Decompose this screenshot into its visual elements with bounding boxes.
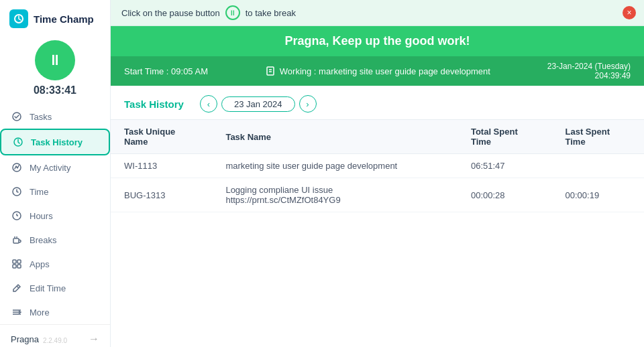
pause-button[interactable]: ⏸ — [35, 40, 75, 80]
table-row: WI-1113 marketing site user guide page d… — [111, 154, 644, 178]
sidebar-item-more[interactable]: More — [0, 300, 110, 324]
col-total-spent: Total Spent Time — [458, 120, 552, 154]
edit-time-icon — [11, 282, 23, 294]
sidebar-item-task-history[interactable]: Task History — [0, 129, 110, 155]
start-time-label: Start Time : 09:05 AM — [124, 66, 208, 76]
sidebar-item-apps[interactable]: Apps — [0, 252, 110, 276]
notif-message-before: Click on the pause button — [121, 8, 220, 18]
notif-message-after: to take break — [246, 8, 296, 18]
working-info: Working : marketing site user guide page… — [265, 66, 490, 76]
task-history-title: Task History — [124, 98, 184, 110]
selected-date: 23 Jan 2024 — [221, 96, 295, 112]
working-label: Working : marketing site user guide page… — [280, 66, 490, 76]
timer-display: 08:33:41 — [34, 84, 76, 96]
breaks-label: Breaks — [30, 235, 56, 245]
prev-date-button[interactable]: ‹ — [200, 95, 217, 113]
svg-rect-14 — [17, 265, 21, 268]
close-button[interactable]: × — [623, 6, 636, 19]
svg-rect-13 — [13, 265, 16, 268]
content-area: Task History ‹ 23 Jan 2024 › Task Unique… — [111, 86, 644, 347]
task-icon — [265, 66, 276, 76]
tasks-label: Tasks — [30, 112, 52, 122]
cell-unique-name: WI-1113 — [111, 154, 212, 178]
svg-rect-12 — [17, 260, 21, 263]
next-date-button[interactable]: › — [299, 95, 317, 113]
sidebar-item-my-activity[interactable]: My Activity — [0, 155, 110, 180]
my-activity-icon — [11, 161, 23, 174]
close-icon: × — [627, 8, 631, 17]
svg-rect-11 — [13, 260, 16, 263]
date-display: 23-Jan-2024 (Tuesday) — [547, 62, 631, 71]
sidebar-item-time[interactable]: Time — [0, 180, 110, 204]
hours-label: Hours — [30, 211, 53, 221]
sidebar-item-hours[interactable]: Hours — [0, 204, 110, 228]
table-row: BUG-1313 Logging compliane UI issue http… — [111, 178, 644, 212]
col-unique-name: Task Unique Name — [111, 120, 212, 154]
cell-total-spent: 00:00:28 — [458, 178, 552, 212]
greeting-text: Pragna, Keep up the good work! — [284, 34, 470, 48]
logo-area: Time Champ — [0, 0, 110, 35]
hours-icon — [11, 210, 23, 222]
time-label: Time — [30, 187, 48, 197]
date-elapsed: 23-Jan-2024 (Tuesday) 204:39:49 — [547, 62, 631, 80]
apps-icon — [11, 258, 23, 270]
task-history-header: Task History ‹ 23 Jan 2024 › — [111, 86, 644, 119]
notification-bar: Click on the pause button ⏸ to take brea… — [111, 0, 644, 26]
sidebar-item-edit-time[interactable]: Edit Time — [0, 276, 110, 300]
cell-unique-name: BUG-1313 — [111, 178, 212, 212]
svg-rect-19 — [267, 67, 274, 75]
col-last-spent: Last Spent Time — [552, 120, 644, 154]
version-label: 2.2.49.0 — [43, 337, 67, 344]
cell-task-name: Logging compliane UI issue https://prnt.… — [212, 178, 458, 212]
cell-total-spent: 06:51:47 — [458, 154, 552, 178]
task-history-table: Task Unique Name Task Name Total Spent T… — [111, 119, 644, 212]
my-activity-label: My Activity — [30, 163, 70, 173]
svg-rect-8 — [13, 238, 19, 243]
cell-last-spent: 00:00:19 — [552, 178, 644, 212]
sidebar: Time Champ ⏸ 08:33:41 Tasks Ta — [0, 0, 111, 347]
breaks-icon — [11, 234, 23, 246]
cell-last-spent — [552, 154, 644, 178]
pause-symbol-icon: ⏸ — [225, 5, 240, 20]
svg-line-15 — [17, 286, 19, 288]
greeting-bar: Pragna, Keep up the good work! — [111, 26, 644, 56]
time-icon — [11, 186, 23, 198]
user-name: Pragna — [11, 334, 39, 344]
logout-icon[interactable]: → — [89, 333, 99, 345]
info-bar: Start Time : 09:05 AM Working : marketin… — [111, 56, 644, 86]
task-history-label: Task History — [31, 137, 83, 147]
pause-icon: ⏸ — [48, 53, 62, 68]
edit-time-label: Edit Time — [30, 283, 66, 293]
more-icon — [11, 306, 23, 318]
task-history-icon — [12, 136, 24, 148]
sidebar-nav: Tasks Task History My Activity — [0, 105, 110, 324]
col-task-name: Task Name — [212, 120, 458, 154]
logo-icon — [9, 9, 28, 28]
more-label: More — [30, 307, 50, 318]
cell-task-name: marketing site user guide page developme… — [212, 154, 458, 178]
apps-label: Apps — [30, 259, 50, 269]
pause-button-area: ⏸ 08:33:41 — [34, 40, 76, 96]
table-header-row: Task Unique Name Task Name Total Spent T… — [111, 120, 644, 154]
date-navigation: ‹ 23 Jan 2024 › — [200, 95, 317, 113]
elapsed-time: 204:39:49 — [547, 71, 631, 80]
sidebar-item-tasks[interactable]: Tasks — [0, 105, 110, 129]
tasks-icon — [11, 111, 23, 123]
app-name: Time Champ — [34, 13, 94, 25]
main-content: Click on the pause button ⏸ to take brea… — [111, 0, 644, 347]
sidebar-item-breaks[interactable]: Breaks — [0, 228, 110, 252]
